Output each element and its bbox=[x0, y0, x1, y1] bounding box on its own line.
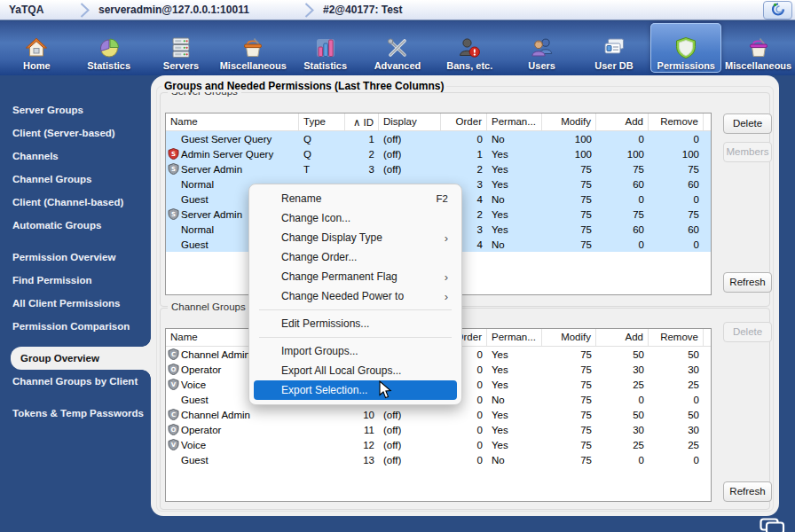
sidebar-item-find-permission[interactable]: Find Permission bbox=[0, 269, 151, 292]
menu-item-label: Change Icon... bbox=[281, 212, 350, 224]
no-icon bbox=[168, 454, 181, 466]
svg-text:O: O bbox=[171, 366, 177, 373]
toolbar-button-advanced-5[interactable]: Advanced bbox=[362, 23, 433, 73]
group-name: Channel Admin bbox=[181, 410, 250, 420]
sidebar-item-all-client-permissions[interactable]: All Client Permissions bbox=[0, 292, 151, 315]
shield-gray-c-icon: C bbox=[168, 348, 181, 360]
menu-item-edit-permissions[interactable]: Edit Permissions... bbox=[254, 314, 457, 333]
sidebar-item-label: All Client Permissions bbox=[12, 298, 120, 309]
sidebar-item-permission-overview[interactable]: Permission Overview bbox=[0, 246, 151, 269]
shield-red-s-icon: S bbox=[168, 148, 181, 160]
toolbar-button-user-db-8[interactable]: User DB bbox=[579, 23, 649, 73]
no-icon bbox=[168, 178, 181, 190]
sidebar-item-automatic-groups[interactable]: Automatic Groups bbox=[0, 214, 151, 237]
breadcrumb-segment-1[interactable]: YaTQA bbox=[9, 4, 78, 16]
table-row[interactable]: OOperator11(off)0Yes753030 bbox=[166, 422, 711, 437]
column-header-type[interactable]: Type bbox=[299, 113, 345, 130]
menu-item-change-permanent-flag[interactable]: Change Permanent Flag› bbox=[254, 267, 457, 286]
users-icon bbox=[531, 31, 554, 59]
cell-name: Guest bbox=[166, 454, 299, 466]
column-header-remove[interactable]: Remove bbox=[649, 329, 704, 346]
column-header-remove[interactable]: Remove bbox=[649, 113, 704, 130]
column-header-id[interactable]: ∧ ID bbox=[345, 113, 379, 130]
cell-type: Q bbox=[299, 149, 345, 160]
column-header-display[interactable]: Display bbox=[379, 113, 441, 130]
menu-item-change-needed-power-to[interactable]: Change Needed Power to› bbox=[254, 286, 457, 306]
cell-perm: No bbox=[487, 455, 542, 466]
menu-item-change-order[interactable]: Change Order... bbox=[254, 247, 457, 267]
table-row[interactable]: VVoice12(off)0Yes752525 bbox=[166, 437, 711, 452]
yatqa-logo-button[interactable] bbox=[763, 1, 792, 20]
chat-window-button[interactable] bbox=[760, 518, 786, 532]
cell-modify: 75 bbox=[542, 224, 596, 235]
sidebar-item-channel-groups-by-client[interactable]: Channel Groups by Client bbox=[0, 370, 151, 393]
toolbar: HomeStatisticsServersMiscellaneousStatis… bbox=[0, 21, 795, 75]
toolbar-button-statistics-4[interactable]: Statistics bbox=[290, 23, 361, 73]
delete-server-group-button[interactable]: Delete bbox=[723, 113, 772, 134]
menu-item-import-groups[interactable]: Import Groups... bbox=[254, 341, 457, 361]
menu-item-change-icon[interactable]: Change Icon... bbox=[254, 208, 457, 228]
sidebar-item-group-overview[interactable]: Group Overview bbox=[11, 347, 151, 370]
toolbar-button-servers-2[interactable]: Servers bbox=[146, 23, 216, 73]
table-row[interactable]: Guest Server QueryQ1(off)0No10000 bbox=[166, 131, 711, 146]
column-header-perman[interactable]: Perman... bbox=[487, 329, 542, 346]
toolbar-label: Bans, etc. bbox=[446, 60, 492, 71]
table-row[interactable]: CChannel Admin10(off)0Yes755050 bbox=[166, 407, 711, 422]
members-button[interactable]: Members bbox=[723, 142, 772, 162]
cell-remove: 50 bbox=[649, 349, 704, 360]
svg-text:S: S bbox=[171, 151, 176, 158]
menu-item-export-all-local-groups[interactable]: Export All Local Groups... bbox=[254, 361, 457, 380]
breadcrumb-segment-2[interactable]: serveradmin@127.0.0.1:10011 bbox=[91, 4, 303, 16]
column-header-perman[interactable]: Perman... bbox=[487, 113, 542, 130]
shield-green-icon bbox=[674, 31, 697, 59]
sidebar-item-channels[interactable]: Channels bbox=[0, 145, 151, 168]
column-header-name[interactable]: Name bbox=[166, 113, 299, 130]
shield-gray-s-icon: S bbox=[168, 163, 181, 175]
table-row[interactable]: SAdmin Server QueryQ2(off)1Yes100100100 bbox=[166, 146, 711, 161]
toolbar-button-permissions-9[interactable]: Permissions bbox=[650, 23, 721, 73]
column-header-add[interactable]: Add bbox=[596, 113, 649, 130]
cell-remove: 75 bbox=[649, 164, 704, 175]
column-header-modify[interactable]: Modify bbox=[542, 113, 596, 130]
toolbar-button-home-0[interactable]: Home bbox=[1, 23, 72, 73]
sidebar-item-channel-groups[interactable]: Channel Groups bbox=[0, 168, 151, 191]
cell-display: (off) bbox=[379, 410, 441, 420]
menu-item-label: Change Display Type bbox=[281, 231, 382, 244]
toolbar-button-miscellaneous-10[interactable]: Miscellaneous bbox=[723, 23, 794, 73]
no-icon bbox=[168, 133, 181, 145]
column-header-add[interactable]: Add bbox=[596, 329, 649, 346]
cell-remove: 50 bbox=[649, 410, 704, 420]
cell-id: 12 bbox=[345, 440, 379, 450]
sidebar-item-client-server-based[interactable]: Client (Server-based) bbox=[0, 121, 151, 145]
cell-perm: Yes bbox=[487, 379, 542, 390]
column-header-modify[interactable]: Modify bbox=[542, 329, 596, 346]
sidebar-item-server-groups[interactable]: Server Groups bbox=[0, 98, 151, 121]
sidebar-item-tokens-temp-passwords[interactable]: Tokens & Temp Passwords bbox=[0, 402, 151, 425]
menu-item-export-selection[interactable]: Export Selection... bbox=[254, 380, 457, 400]
menu-item-rename[interactable]: RenameF2 bbox=[254, 189, 457, 208]
sidebar-item-label: Permission Overview bbox=[12, 252, 115, 262]
group-name: Server Admin bbox=[181, 164, 242, 175]
delete-channel-group-button[interactable]: Delete bbox=[723, 322, 772, 342]
group-name: Guest bbox=[181, 455, 209, 466]
sidebar: Server GroupsClient (Server-based)Channe… bbox=[0, 75, 151, 532]
toolbar-button-users-7[interactable]: Users bbox=[507, 23, 578, 73]
sidebar-item-permission-comparison[interactable]: Permission Comparison bbox=[0, 315, 151, 338]
toolbar-button-statistics-1[interactable]: Statistics bbox=[74, 23, 145, 73]
cell-perm: No bbox=[487, 395, 542, 405]
table-row[interactable]: Guest13(off)0No7500 bbox=[166, 452, 711, 467]
sidebar-item-client-channel-based[interactable]: Client (Channel-based) bbox=[0, 191, 151, 214]
toolbar-button-bans-etc-6[interactable]: Bans, etc. bbox=[434, 23, 505, 73]
toolbar-label: Advanced bbox=[374, 60, 421, 71]
toolbar-button-miscellaneous-3[interactable]: Miscellaneous bbox=[217, 23, 288, 73]
basket-magenta-icon bbox=[747, 31, 770, 59]
refresh-server-groups-button[interactable]: Refresh bbox=[723, 272, 772, 293]
breadcrumb-segment-3[interactable]: #2@40177: Test bbox=[316, 4, 403, 16]
sidebar-item-label: Server Groups bbox=[12, 105, 83, 115]
sidebar-item-label: Channel Groups bbox=[12, 174, 91, 184]
menu-item-change-display-type[interactable]: Change Display Type› bbox=[254, 228, 457, 247]
table-row[interactable]: SServer AdminT3(off)2Yes757575 bbox=[166, 161, 711, 176]
refresh-channel-groups-button[interactable]: Refresh bbox=[723, 481, 772, 502]
column-header-order[interactable]: Order bbox=[441, 113, 487, 130]
cell-display: (off) bbox=[379, 425, 441, 435]
